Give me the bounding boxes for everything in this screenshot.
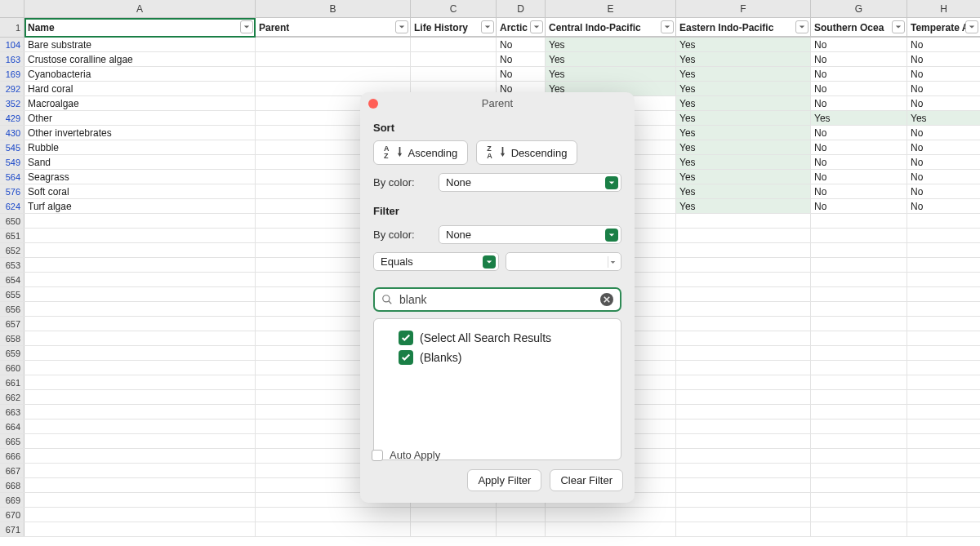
col-header-C[interactable]: C [411,0,497,17]
cell[interactable] [24,331,256,345]
clear-search-icon[interactable] [600,293,613,306]
cell[interactable] [24,317,256,331]
cell[interactable] [907,375,980,389]
cell[interactable]: No [811,96,907,110]
cell[interactable] [24,229,256,242]
cell[interactable] [24,405,256,419]
filter-dropdown-icon[interactable] [661,20,674,33]
row-header[interactable]: 429 [0,111,24,125]
clear-filter-button[interactable]: Clear Filter [550,469,623,491]
cell[interactable] [24,346,256,360]
cell[interactable] [811,243,907,257]
header-cell-so[interactable]: Southern Ocea [811,18,907,37]
cell[interactable]: Yes [676,126,811,140]
filter-value-combobox[interactable] [506,252,621,271]
cell[interactable] [907,273,980,286]
cell[interactable] [24,449,256,463]
cell[interactable] [24,390,256,404]
cell[interactable]: No [497,52,546,66]
cell[interactable]: No [811,199,907,213]
select-all-corner[interactable] [0,0,24,17]
cell[interactable]: Soft coral [24,184,256,198]
cell[interactable] [907,346,980,360]
col-header-D[interactable]: D [497,0,546,17]
cell[interactable] [24,214,256,228]
cell[interactable] [676,258,811,272]
cell[interactable] [907,258,980,272]
cell[interactable]: Seagrass [24,170,256,184]
filter-search-input[interactable] [373,287,621,312]
cell[interactable]: Yes [676,82,811,95]
cell[interactable] [676,449,811,463]
cell[interactable] [676,390,811,404]
cell[interactable] [24,434,256,448]
cell[interactable] [907,464,980,477]
cell[interactable] [411,52,497,66]
cell[interactable]: No [811,82,907,95]
cell[interactable] [24,273,256,286]
row-header[interactable]: 576 [0,184,24,198]
col-header-E[interactable]: E [546,0,676,17]
cell[interactable] [24,493,256,507]
col-header-G[interactable]: G [811,0,907,17]
row-header[interactable]: 653 [0,258,24,272]
row-header[interactable]: 104 [0,38,24,51]
cell[interactable] [676,522,811,536]
cell[interactable]: No [907,140,980,154]
cell[interactable] [676,478,811,492]
header-cell-ta[interactable]: Temperate A [907,18,980,37]
filter-dropdown-icon[interactable] [892,20,905,33]
cell[interactable]: No [907,199,980,213]
cell[interactable] [907,508,980,522]
cell[interactable]: No [907,52,980,66]
cell[interactable]: No [907,96,980,110]
row-header[interactable]: 661 [0,375,24,389]
cell[interactable] [907,287,980,301]
cell[interactable]: Yes [546,52,676,66]
select-all-search-results[interactable]: (Select All Search Results [399,331,612,345]
row-header[interactable]: 666 [0,449,24,463]
cell[interactable] [546,508,676,522]
cell[interactable] [24,258,256,272]
auto-apply-checkbox[interactable]: Auto Apply [372,449,623,461]
cell[interactable]: Yes [676,184,811,198]
cell[interactable]: No [907,82,980,95]
cell[interactable]: Other invertebrates [24,126,256,140]
cell[interactable] [24,464,256,477]
row-header[interactable]: 651 [0,229,24,242]
row-header[interactable]: 1 [0,18,24,37]
row-header[interactable]: 662 [0,390,24,404]
cell[interactable]: No [811,67,907,81]
cell[interactable] [24,508,256,522]
cell[interactable] [676,302,811,316]
cell[interactable]: No [811,126,907,140]
cell[interactable] [256,522,411,536]
cell[interactable] [811,214,907,228]
filter-dropdown-icon[interactable] [395,20,408,33]
cell[interactable]: No [811,170,907,184]
cell[interactable] [811,405,907,419]
cell[interactable]: Turf algae [24,199,256,213]
row-header[interactable]: 659 [0,346,24,360]
cell[interactable]: No [811,184,907,198]
cell[interactable]: Yes [546,38,676,51]
cell[interactable] [676,346,811,360]
cell[interactable] [811,375,907,389]
row-header[interactable]: 564 [0,170,24,184]
cell[interactable]: Macroalgae [24,96,256,110]
cell[interactable] [546,522,676,536]
cell[interactable] [411,38,497,51]
filter-option-blanks[interactable]: (Blanks) [399,350,612,365]
cell[interactable]: No [811,52,907,66]
cell[interactable] [907,243,980,257]
cell[interactable] [907,317,980,331]
row-header[interactable]: 658 [0,331,24,345]
row-header[interactable]: 664 [0,419,24,433]
cell[interactable] [907,449,980,463]
sort-ascending-button[interactable]: AZ Ascending [373,140,468,165]
row-header[interactable]: 545 [0,140,24,154]
cell[interactable] [811,464,907,477]
cell[interactable] [811,478,907,492]
row-header[interactable]: 292 [0,82,24,95]
cell[interactable] [676,375,811,389]
